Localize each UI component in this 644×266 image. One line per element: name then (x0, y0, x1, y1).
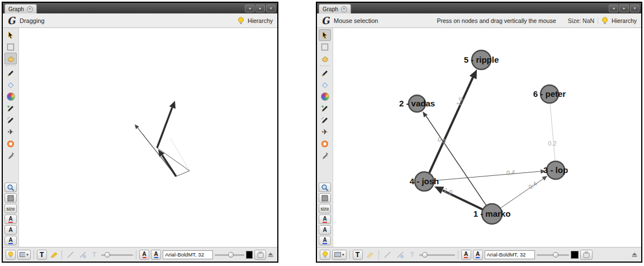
edge-pencil-button[interactable] (4, 114, 17, 126)
background-color-button[interactable] (319, 193, 331, 203)
edge-scale-slider[interactable] (419, 251, 455, 258)
show-node-labels-button[interactable]: T (37, 250, 47, 260)
edge-color-icon (396, 251, 404, 259)
size-mode-button[interactable]: size (319, 204, 331, 213)
label-plain-mode-button[interactable]: A (4, 225, 17, 235)
hierarchy-label[interactable]: Hierarchy (248, 17, 273, 24)
node-pencil-button[interactable] (319, 102, 331, 114)
tab-scroll-left-button[interactable]: ◂ (609, 4, 618, 12)
tab-close-icon[interactable]: × (341, 6, 347, 12)
font-field[interactable] (163, 250, 213, 259)
heatmap-button[interactable] (319, 138, 331, 150)
color-tool-button[interactable] (4, 91, 17, 102)
tab-list-button[interactable]: ▾ (266, 4, 276, 12)
background-color-button[interactable] (4, 193, 17, 203)
tab-graph[interactable]: Graph × (4, 4, 37, 13)
graph-canvas[interactable] (19, 28, 277, 247)
label-color-mode-button[interactable]: A (4, 214, 17, 224)
screenshot-button[interactable] (254, 250, 266, 260)
show-node-labels-button[interactable]: T (353, 250, 363, 260)
edge-scale-slider[interactable] (101, 251, 134, 258)
painter-tool-button[interactable] (4, 67, 17, 79)
label-size-slider[interactable] (215, 251, 244, 258)
label-color-mode-button[interactable]: A (319, 214, 331, 224)
hierarchy-label[interactable]: Hierarchy (612, 17, 637, 24)
label-size-mode-button[interactable]: A (319, 236, 331, 245)
node-label-font-button[interactable]: A (473, 250, 483, 260)
graph-node-lop[interactable]: 3 - lop (543, 161, 568, 179)
node-label: 1 - marko (473, 209, 511, 218)
slider-knob[interactable] (228, 252, 234, 258)
shortest-path-button[interactable]: ✈ (319, 126, 331, 138)
screenshot-button[interactable] (580, 250, 593, 260)
graph-node-vadas[interactable]: 2 - vadas (399, 95, 435, 112)
edge-label-option-button[interactable]: T (89, 250, 100, 260)
edge-line-option-button[interactable] (382, 250, 393, 260)
bold-t-icon: T (356, 250, 360, 259)
node-label-color-button[interactable]: A (139, 250, 149, 260)
drag-tool-button[interactable] (4, 53, 17, 64)
edge-line-option-button[interactable] (65, 250, 75, 260)
edge-pencil-icon (7, 116, 15, 124)
edge-color-option-button[interactable] (395, 250, 406, 260)
tab-scroll-left-button[interactable]: ◂ (245, 4, 254, 12)
labels-light-button[interactable] (6, 250, 16, 260)
show-edges-button[interactable] (49, 250, 59, 260)
zoom-tool-button[interactable] (4, 183, 17, 192)
label-size-mode-button[interactable]: A (4, 236, 17, 245)
tab-list-button[interactable]: ▾ (630, 4, 640, 12)
graph-node-peter[interactable]: 6 - peter (533, 85, 566, 103)
tab-scroll-right-button[interactable]: ▸ (255, 4, 265, 12)
graph-canvas[interactable]: 1.0 0.5 1.0 0.4 0.4 0.2 5 - ripple 2 - v… (333, 28, 641, 247)
background-combo[interactable]: ▾ (332, 250, 347, 260)
zoom-tool-button[interactable] (319, 183, 331, 192)
label-plain-mode-button[interactable]: A (319, 225, 331, 235)
rectangle-selection-button[interactable] (319, 41, 331, 53)
label-color-swatch[interactable] (246, 251, 253, 259)
background-combo[interactable]: ▾ (17, 250, 31, 260)
drag-tool-button[interactable] (319, 53, 331, 64)
collapse-toolbar-button[interactable] (268, 252, 274, 257)
size-readout: Size: NaN (568, 17, 598, 24)
heatmap-button[interactable] (4, 138, 17, 150)
cursor-tool-button[interactable] (4, 29, 17, 41)
color-tool-button[interactable] (319, 91, 331, 102)
edge-influence-button[interactable] (4, 150, 17, 161)
slider-knob[interactable] (553, 252, 558, 258)
node-pencil-button[interactable] (4, 102, 17, 114)
node-label: 2 - vadas (399, 99, 435, 108)
tab-scroll-right-button[interactable]: ▸ (619, 4, 629, 12)
shortest-path-button[interactable]: ✈ (4, 126, 17, 138)
graph-node-josh[interactable]: 4 - josh (410, 172, 439, 191)
node-label-font-button[interactable]: A (151, 250, 161, 260)
tab-close-icon[interactable]: × (27, 6, 33, 12)
screenshot-stage: Graph × ◂ ▸ ▾ G Dragging Hierarchy (0, 0, 644, 266)
tab-nav-buttons: ◂ ▸ ▾ (245, 4, 276, 12)
label-color-swatch[interactable] (571, 251, 579, 259)
edge-josh-lop (157, 148, 190, 171)
tab-graph[interactable]: Graph × (319, 4, 351, 13)
graph-node-ripple[interactable]: 5 - ripple (464, 50, 499, 69)
window-body: ✈ size A A A (3, 28, 277, 247)
show-edges-button[interactable] (364, 250, 376, 260)
collapse-toolbar-button[interactable] (632, 252, 638, 257)
edge-pencil-button[interactable] (319, 114, 331, 126)
rectangle-selection-button[interactable] (4, 41, 17, 53)
slider-knob[interactable] (105, 252, 110, 258)
size-mode-button[interactable]: size (4, 204, 17, 213)
sizer-tool-button[interactable] (319, 79, 331, 91)
bottom-toolbar: ▾ T T A A (3, 247, 277, 262)
edge-influence-button[interactable] (319, 150, 331, 161)
node-label-color-button[interactable]: A (461, 250, 471, 260)
edge-label-option-button[interactable]: T (408, 250, 418, 260)
edge-color-option-button[interactable] (77, 250, 88, 260)
slider-knob[interactable] (422, 252, 428, 258)
label-size-slider[interactable] (537, 251, 569, 258)
sizer-tool-button[interactable] (4, 79, 17, 91)
toolbar-separator (458, 250, 458, 259)
cursor-tool-button[interactable] (319, 29, 331, 41)
labels-light-button[interactable] (320, 250, 330, 260)
arrowhead-marko-vadas (423, 111, 428, 118)
font-field[interactable] (485, 250, 535, 259)
painter-tool-button[interactable] (319, 67, 331, 79)
